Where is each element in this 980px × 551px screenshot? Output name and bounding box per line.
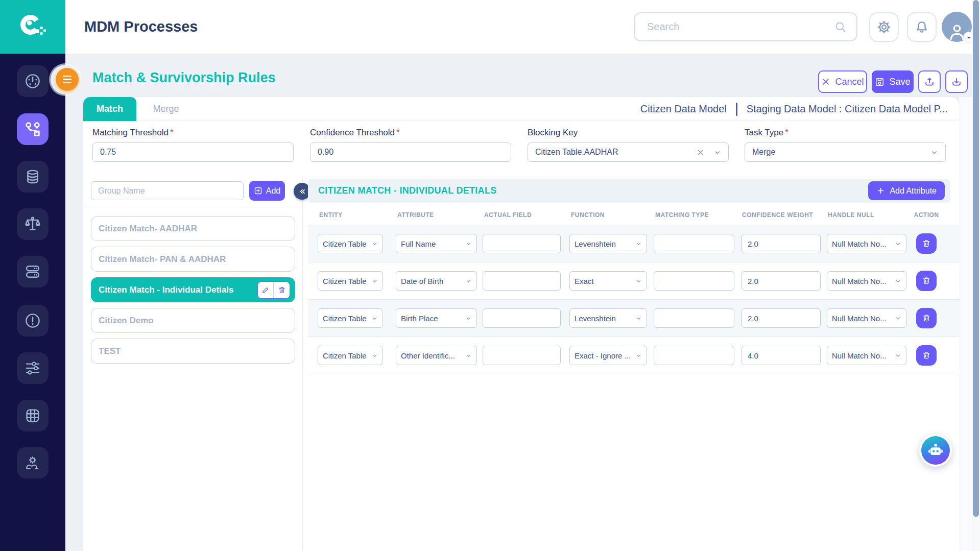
import-button[interactable] [945,70,968,93]
clear-blocking-key-icon[interactable] [697,149,704,156]
function-value: Exact [575,277,594,285]
add-attribute-button[interactable]: Add Attribute [868,181,945,200]
matching-threshold-label-text: Matching Threshold [92,128,169,137]
matching-type-input[interactable] [659,276,729,286]
pencil-icon [261,286,270,294]
workflow-icon [23,120,42,138]
save-label: Save [889,77,910,87]
confidence-weight-input[interactable] [747,239,816,249]
app-logo[interactable] [0,0,65,54]
confidence-weight-cell [742,271,821,291]
add-group-button[interactable]: Add [249,181,285,201]
sidebar-item-configuration[interactable] [17,352,49,384]
entity-select[interactable]: Citizen Table [318,234,383,253]
confidence-weight-input[interactable] [747,351,816,361]
delete-attribute-button[interactable] [916,345,937,366]
entity-value: Citizen Table [323,239,367,248]
user-menu[interactable] [942,12,972,42]
blocking-key-label-text: Blocking Key [528,128,578,137]
sidebar-item-data-models[interactable] [17,161,49,193]
edit-group-button[interactable] [258,282,273,298]
matching-type-input[interactable] [659,351,729,361]
delete-attribute-button[interactable] [916,271,937,291]
attributes-header-band: CITIZEN MATCH - INDIVIDUAL DETIALS Add A… [308,179,950,203]
sidebar-item-stewardship[interactable] [17,447,49,478]
main-card: Match Merge Citizen Data Model Staging D… [83,97,959,551]
primary-data-model-link[interactable]: Citizen Data Model [640,103,727,115]
confidence-threshold-input[interactable] [310,142,511,162]
handle-null-select[interactable]: Null Match No... [827,346,906,365]
handle-null-select[interactable]: Null Match No... [827,271,906,291]
search-icon [834,20,847,34]
sidebar-item-mdm-processes[interactable] [17,113,49,145]
confidence-weight-cell [742,346,821,365]
function-select[interactable]: Levenshtein [569,234,647,253]
group-name-input[interactable] [91,181,244,200]
blocking-key-select[interactable]: Citizen Table.AADHAR [528,142,729,162]
delete-attribute-button[interactable] [916,308,937,328]
confidence-weight-input[interactable] [747,276,816,286]
entity-select[interactable]: Citizen Table [318,308,383,328]
data-model-breadcrumb: Citizen Data Model Staging Data Model : … [640,97,948,121]
group-list-item[interactable]: TEST [91,339,295,364]
save-button[interactable]: Save [872,70,914,93]
chatbot-button[interactable] [919,434,952,467]
add-group-label: Add [266,186,280,196]
group-list-item[interactable]: Citizen Demo [91,308,295,333]
group-list-item[interactable]: Citizen Match- PAN & AADHAR [91,247,295,272]
sidebar-item-storage[interactable] [17,256,49,288]
attributes-section-title: CITIZEN MATCH - INDIVIDUAL DETIALS [318,179,497,203]
entity-select[interactable]: Citizen Table [318,271,383,291]
tab-merge[interactable]: Merge [136,97,196,121]
scrollbar-thumb[interactable] [973,0,979,517]
task-type-label-text: Task Type [745,128,783,137]
task-type-select[interactable]: Merge [745,142,946,162]
collapse-menu-button[interactable] [56,68,79,91]
field-matching-threshold: Matching Threshold* [92,128,294,162]
actual-field-input[interactable] [488,276,556,286]
handle-null-select[interactable]: Null Match No... [827,308,906,328]
function-select[interactable]: Exact - Ignore ... [569,346,647,365]
group-list-item[interactable]: Citizen Match - Individual Detials [91,277,295,302]
attribute-select[interactable]: Other Identific... [396,346,477,365]
actual-field-input[interactable] [488,351,556,361]
handle-null-select[interactable]: Null Match No... [827,234,906,253]
required-mark: * [170,128,174,137]
settings-button[interactable] [869,12,899,42]
actual-field-input[interactable] [488,314,556,323]
chevron-down-icon [371,352,378,359]
matching-type-input[interactable] [659,314,729,323]
matching-type-input[interactable] [659,239,729,249]
notifications-button[interactable] [907,12,937,42]
export-button[interactable] [918,70,941,93]
group-list: Citizen Match- AADHAR [91,216,295,369]
app-root: MDM Processes [0,0,980,551]
database-icon [23,167,42,186]
delete-attribute-button[interactable] [916,233,937,254]
function-select[interactable]: Levenshtein [569,308,647,328]
floppy-icon [875,77,885,87]
sidebar-item-dashboard[interactable] [17,65,49,97]
attribute-select[interactable]: Full Name [396,234,477,253]
cancel-button[interactable]: Cancel [818,70,867,93]
tab-match[interactable]: Match [83,97,136,121]
sidebar-item-grid[interactable] [17,400,49,432]
matching-threshold-input[interactable] [92,142,294,162]
trash-icon [922,314,931,323]
attribute-select[interactable]: Date of Birth [396,271,477,291]
search-input[interactable] [646,20,834,33]
matching-type-cell [654,346,734,365]
sidebar-item-alerts[interactable] [17,305,49,337]
actual-field-input[interactable] [488,239,556,249]
entity-select[interactable]: Citizen Table [318,346,383,365]
chevron-down-icon [895,241,901,247]
task-type-label: Task Type* [745,128,946,138]
group-list-item[interactable]: Citizen Match- AADHAR [91,216,295,241]
staging-data-model-link[interactable]: Staging Data Model : Citizen Data Model … [747,103,948,115]
model-divider [736,103,737,116]
sidebar-item-data-quality[interactable] [17,208,49,240]
delete-group-button[interactable] [274,282,290,298]
confidence-weight-input[interactable] [747,314,816,323]
attribute-select[interactable]: Birth Place [396,308,477,328]
function-select[interactable]: Exact [569,271,647,291]
